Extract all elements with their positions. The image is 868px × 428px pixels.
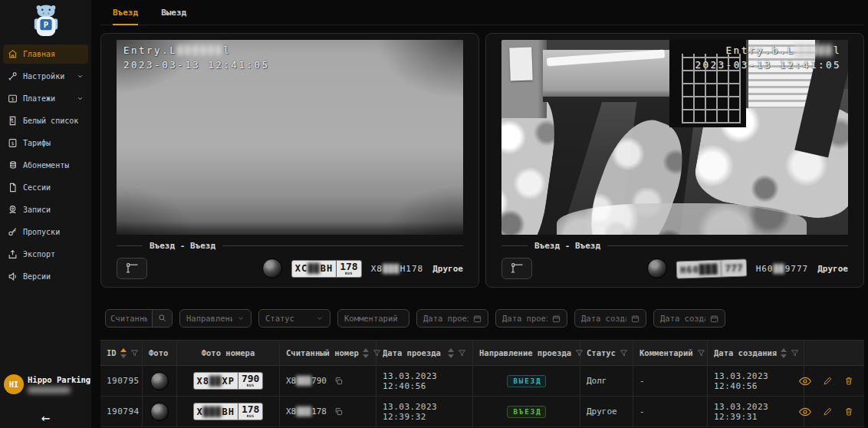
- column-header-id: ID: [100, 341, 143, 365]
- sidebar-item-label: Настройки: [23, 72, 64, 81]
- camera-timestamp: 2023-03-13 12:41:05: [508, 58, 841, 72]
- edit-button[interactable]: [823, 376, 833, 386]
- created-date: 13.03.2023 12:40:56: [714, 371, 797, 391]
- filter-funnel-icon[interactable]: [130, 349, 139, 357]
- sidebar-item-versions[interactable]: Версии: [3, 267, 88, 286]
- vehicle-photo-thumbnail[interactable]: [262, 258, 282, 278]
- barrier-icon: [124, 262, 140, 276]
- column-header-photo: Фото: [143, 341, 177, 365]
- sidebar-item-sessions[interactable]: Сессии: [3, 178, 88, 197]
- copy-icon[interactable]: [334, 377, 343, 385]
- sidebar-item-label: Платежи: [23, 94, 55, 103]
- sidebar-item-passes[interactable]: Пропуски: [3, 222, 88, 242]
- redacted-subtitle: [28, 387, 71, 393]
- plate-photo: Х8██ХР 790RUS: [193, 372, 264, 390]
- record-id: 190795: [107, 376, 140, 386]
- app-window: P Главная Настройки $ Платежи Белый спис…: [0, 0, 868, 428]
- tools-icon: [8, 71, 18, 81]
- sidebar-nav: Главная Настройки $ Платежи Белый список…: [0, 44, 91, 286]
- tab-exit[interactable]: Выезд: [161, 8, 186, 25]
- vehicle-photo-thumbnail[interactable]: [150, 372, 169, 390]
- sidebar-item-export[interactable]: Экспорт: [3, 245, 88, 264]
- comment-value: -: [639, 376, 645, 386]
- recognized-plate-number: Н60██9777: [756, 264, 809, 274]
- chevron-down-icon: [77, 95, 84, 102]
- filter-funnel-icon[interactable]: [697, 349, 705, 357]
- sidebar-item-home[interactable]: Главная: [3, 44, 88, 64]
- camera-panels: Entry.L██████l 2023-03-13 12:41:05 Въезд…: [100, 33, 864, 288]
- recognized-number-input[interactable]: [106, 314, 152, 323]
- filter-funnel-icon[interactable]: [620, 349, 628, 357]
- sidebar-item-payments[interactable]: $ Платежи: [3, 89, 88, 108]
- sidebar-item-whitelist[interactable]: Белый список: [3, 111, 88, 130]
- sidebar-item-label: Главная: [23, 50, 55, 58]
- other-link[interactable]: Другое: [817, 264, 848, 274]
- sort-icon[interactable]: [448, 348, 454, 358]
- avatar[interactable]: HI: [4, 374, 24, 394]
- direction-filter-select[interactable]: Направление _: [179, 309, 252, 328]
- user-profile: HI Hippo Parking: [4, 374, 90, 394]
- sidebar-item-subscriptions[interactable]: Абонементы: [3, 156, 88, 175]
- recognized-plate-number: Х8███Н178: [371, 264, 424, 274]
- vehicle-photo-thumbnail[interactable]: [150, 403, 169, 421]
- edit-button[interactable]: [823, 407, 833, 416]
- camera-panel-1: Entry.L██████l 2023-03-13 12:41:05 Въезд…: [100, 33, 479, 288]
- sidebar-item-label: Белый список: [23, 117, 78, 125]
- filter-funnel-icon[interactable]: [458, 349, 466, 357]
- calendar-icon: [710, 314, 718, 323]
- view-button[interactable]: [799, 377, 811, 386]
- camera-feed-2: Entry.b.L█████l 2023-03-13 12:41:05: [501, 40, 848, 235]
- sidebar-item-settings[interactable]: Настройки: [3, 67, 88, 86]
- status-filter-select[interactable]: Статус: [258, 309, 330, 328]
- sidebar-item-tariffs[interactable]: $ Тарифы: [3, 133, 88, 153]
- record-id: 190794: [107, 407, 140, 416]
- sort-icon[interactable]: [120, 348, 127, 358]
- pass-date-to-filter[interactable]: Дата проезда_: [495, 309, 567, 328]
- pass-date: 13.03.2023 12:40:56: [383, 371, 466, 391]
- vehicle-photo-thumbnail[interactable]: [647, 258, 667, 278]
- camera-panel-2: Entry.b.L█████l 2023-03-13 12:41:05 Въез…: [485, 33, 864, 288]
- column-header-status: Статус: [580, 341, 633, 365]
- column-header-pass-date: Дата проезда: [376, 341, 473, 365]
- barrier-toggle-button[interactable]: [501, 258, 532, 279]
- camera-icon: [8, 205, 18, 215]
- column-header-plate-photo: Фото номера: [177, 341, 280, 365]
- main-content: Въезд Выезд Entry.L██████l 2023-03-13 12…: [91, 0, 868, 428]
- filter-funnel-icon[interactable]: [791, 349, 799, 357]
- comment-value: -: [639, 407, 645, 416]
- collapse-sidebar-button[interactable]: ←: [0, 410, 91, 425]
- sort-icon[interactable]: [781, 348, 787, 358]
- view-button[interactable]: [799, 407, 811, 416]
- chevron-down-icon: [237, 314, 245, 322]
- calendar-icon: [473, 314, 482, 323]
- column-header-actions: [804, 341, 864, 365]
- whitelist-icon: [8, 116, 18, 126]
- column-header-comment: Комментарий: [633, 341, 708, 365]
- comment-filter: [337, 309, 409, 328]
- barrier-toggle-button[interactable]: [117, 258, 147, 279]
- tab-entry[interactable]: Въезд: [113, 8, 138, 25]
- tariffs-icon: $: [8, 138, 18, 148]
- delete-button[interactable]: [844, 407, 853, 416]
- sidebar-item-label: Тарифы: [23, 139, 51, 147]
- created-date-to-filter[interactable]: Дата создани_: [653, 309, 725, 328]
- camera-timestamp: 2023-03-13 12:41:05: [123, 58, 456, 72]
- pass-date-from-filter[interactable]: Дата проезда_: [416, 309, 488, 328]
- camera-label: Entry.L██████l: [123, 43, 456, 58]
- recognized-plate-number: Х8███790: [286, 376, 327, 386]
- plate-photo: ХС██ВН 178RUS: [291, 260, 362, 278]
- other-link[interactable]: Другое: [432, 264, 463, 274]
- copy-icon[interactable]: [334, 407, 343, 416]
- direction-divider: Въезд - Въезд: [117, 241, 463, 251]
- search-button[interactable]: [152, 310, 172, 327]
- created-date-from-filter[interactable]: Дата создани_: [574, 309, 646, 328]
- sort-icon[interactable]: [363, 348, 369, 358]
- chevron-down-icon: [316, 314, 324, 322]
- table-row: 190795 Х8██ХР 790RUS Х8███790 13.03.2023…: [100, 366, 864, 397]
- comment-filter-input[interactable]: [344, 314, 398, 323]
- sidebar-item-label: Экспорт: [23, 250, 55, 258]
- sidebar-item-label: Сессии: [23, 183, 51, 192]
- camera-footer: Н60███ 777 Н60██9777 Другое: [501, 258, 848, 279]
- sidebar-item-records[interactable]: Записи: [3, 200, 88, 219]
- delete-button[interactable]: [844, 376, 853, 386]
